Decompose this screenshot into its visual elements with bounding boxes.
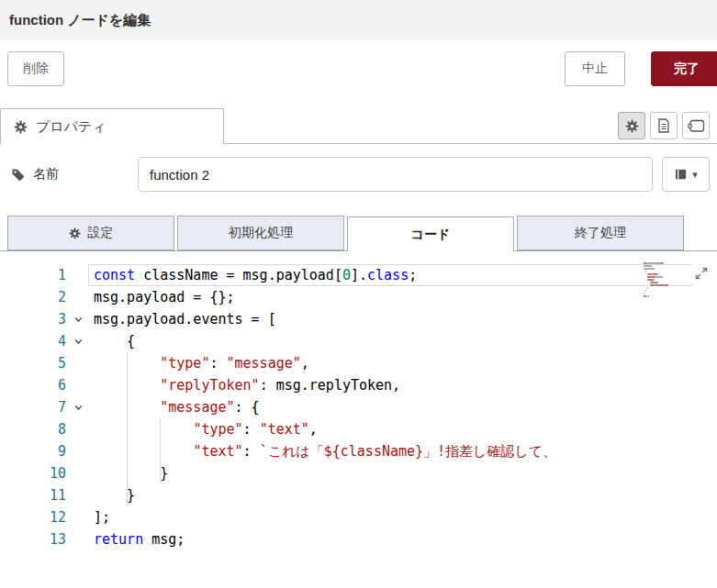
code-line[interactable]: msg.payload = {};	[94, 286, 717, 308]
properties-icon-button[interactable]	[618, 112, 645, 139]
gutter-row: 13	[0, 528, 90, 550]
gutter-row: 12	[0, 506, 90, 528]
gutter-row: 10	[0, 462, 90, 484]
line-number: 12	[0, 509, 66, 526]
code-content[interactable]: const className = msg.payload[0].class;m…	[90, 264, 717, 550]
minimap-line	[644, 295, 686, 298]
code-line[interactable]: }	[94, 484, 717, 506]
line-number: 3	[0, 311, 66, 327]
cancel-button[interactable]: 中止	[565, 51, 625, 86]
name-label-text: 名前	[33, 166, 59, 183]
tab-settings[interactable]: 設定	[7, 216, 174, 250]
code-line[interactable]: "message": {	[94, 396, 717, 418]
gutter-row: 4	[0, 330, 90, 352]
gutter-row: 3	[0, 308, 90, 330]
code-line[interactable]: {	[94, 330, 717, 352]
tray-icon-buttons	[618, 112, 710, 139]
tab-init-label: 初期化処理	[229, 225, 293, 241]
line-number: 2	[0, 289, 66, 305]
code-line[interactable]: return msg;	[94, 528, 717, 550]
expand-icon	[694, 266, 709, 281]
tab-finalize-label: 終了処理	[575, 225, 626, 241]
appearance-icon-button[interactable]	[682, 112, 710, 139]
description-icon-button[interactable]	[650, 112, 678, 139]
code-line[interactable]: "type": "text",	[94, 418, 717, 440]
line-number: 5	[0, 355, 66, 372]
gutter-row: 5	[0, 352, 90, 374]
dialog-title: function ノードを編集	[9, 12, 151, 29]
tab-properties[interactable]: プロパティ	[0, 108, 224, 144]
line-number: 11	[0, 487, 66, 504]
gear-icon	[14, 120, 28, 134]
fold-toggle-icon[interactable]	[66, 315, 90, 325]
gutter-row: 7	[0, 396, 90, 418]
line-number: 8	[0, 421, 66, 438]
fold-chevron-icon	[73, 337, 84, 347]
book-icon	[674, 168, 688, 181]
minimap[interactable]	[644, 262, 686, 298]
tab-settings-label: 設定	[88, 225, 114, 241]
library-dropdown-button[interactable]: ▾	[662, 157, 710, 192]
tab-init[interactable]: 初期化処理	[177, 216, 344, 250]
line-number: 6	[0, 377, 66, 394]
editor-body: 12345678910111213 const className = msg.…	[0, 251, 717, 550]
code-line[interactable]: msg.payload.events = [	[94, 308, 717, 330]
code-line[interactable]: const className = msg.payload[0].class;	[94, 264, 717, 286]
code-line[interactable]: "replyToken": msg.replyToken,	[94, 374, 717, 396]
document-icon	[657, 118, 670, 133]
line-number: 4	[0, 333, 66, 349]
tray-header: function ノードを編集	[0, 0, 717, 40]
gear-icon	[625, 119, 639, 133]
chevron-down-icon: ▾	[692, 169, 698, 181]
node-appearance-icon	[688, 119, 705, 133]
name-input[interactable]	[138, 157, 653, 192]
line-number: 1	[0, 267, 66, 283]
gutter-row: 9	[0, 440, 90, 462]
tab-finalize[interactable]: 終了処理	[517, 216, 684, 250]
name-row: 名前 ▾	[0, 144, 717, 205]
properties-tab-row: プロパティ	[0, 108, 717, 144]
code-editor[interactable]: 12345678910111213 const className = msg.…	[0, 250, 717, 588]
delete-button[interactable]: 削除	[7, 51, 64, 86]
code-line[interactable]: "text": `これは「${className}」!指差し確認して、	[94, 440, 717, 462]
code-line[interactable]: "type": "message",	[94, 352, 717, 374]
tab-code-label: コード	[411, 227, 451, 243]
editor-gutter: 12345678910111213	[0, 264, 90, 550]
code-line[interactable]: ];	[94, 506, 717, 528]
tab-code[interactable]: コード	[347, 216, 514, 251]
fold-chevron-icon	[73, 315, 84, 325]
line-number: 10	[0, 465, 66, 482]
line-number: 7	[0, 399, 66, 416]
line-number: 9	[0, 443, 66, 460]
gutter-row: 2	[0, 286, 90, 308]
name-label: 名前	[7, 166, 129, 183]
fold-chevron-icon	[73, 403, 84, 413]
gutter-row: 8	[0, 418, 90, 440]
tray-toolbar: 削除 中止 完了	[0, 40, 717, 97]
gear-icon	[69, 227, 81, 239]
code-line[interactable]: }	[94, 462, 717, 484]
done-button[interactable]: 完了	[651, 51, 717, 86]
expand-editor-button[interactable]	[691, 263, 711, 283]
tag-icon	[11, 168, 25, 182]
function-editor-tabs: 設定 初期化処理 コード 終了処理	[7, 216, 684, 250]
gutter-row: 6	[0, 374, 90, 396]
gutter-row: 1	[0, 264, 90, 286]
line-number: 13	[0, 531, 66, 548]
fold-toggle-icon[interactable]	[66, 337, 90, 347]
gutter-row: 11	[0, 484, 90, 506]
toolbar-right-group: 中止 完了	[565, 51, 710, 86]
tab-properties-label: プロパティ	[36, 118, 106, 136]
fold-toggle-icon[interactable]	[66, 403, 90, 413]
